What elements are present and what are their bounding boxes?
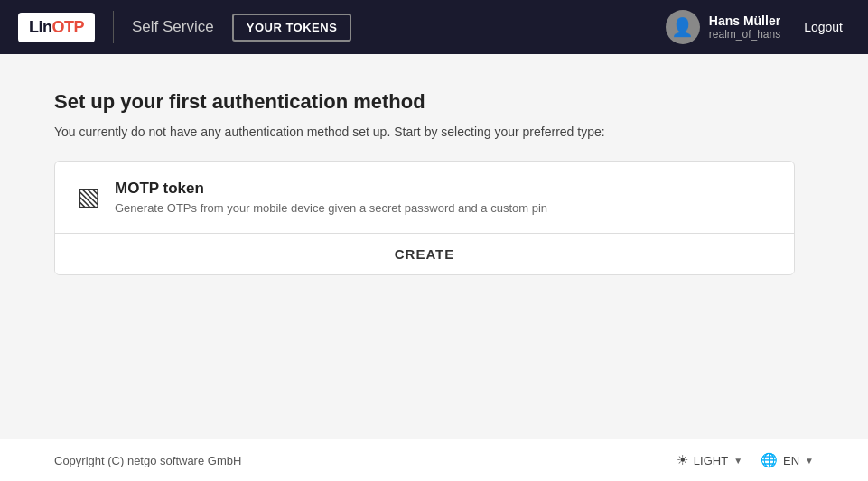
user-text: Hans Müller realm_of_hans bbox=[709, 14, 780, 41]
app-header: LinOTP Self Service YOUR TOKENS 👤 Hans M… bbox=[0, 0, 868, 54]
logo-otp: OTP bbox=[52, 18, 85, 36]
token-card-footer: CREATE bbox=[55, 233, 794, 274]
header-divider bbox=[113, 11, 114, 43]
logo: LinOTP bbox=[18, 13, 95, 42]
user-realm: realm_of_hans bbox=[709, 28, 780, 41]
avatar-icon: 👤 bbox=[671, 16, 694, 38]
avatar: 👤 bbox=[666, 10, 700, 44]
create-button[interactable]: CREATE bbox=[55, 234, 794, 274]
theme-chevron-icon: ▼ bbox=[733, 456, 742, 466]
user-name: Hans Müller bbox=[709, 14, 780, 28]
footer-right: ☀ LIGHT ▼ 🌐 EN ▼ bbox=[677, 452, 814, 468]
logo-lin: Lin bbox=[29, 18, 52, 36]
theme-label: LIGHT bbox=[694, 454, 728, 467]
mobile-icon: ▧ bbox=[77, 181, 100, 211]
sun-icon: ☀ bbox=[677, 452, 688, 468]
page-title: Set up your first authentication method bbox=[54, 90, 814, 114]
token-card-body: ▧ MOTP token Generate OTPs from your mob… bbox=[55, 162, 794, 233]
main-content: Set up your first authentication method … bbox=[0, 54, 868, 439]
app-footer: Copyright (C) netgo software GmbH ☀ LIGH… bbox=[0, 439, 868, 481]
lang-label: EN bbox=[783, 454, 799, 467]
user-info: 👤 Hans Müller realm_of_hans Logout bbox=[666, 10, 850, 44]
token-card: ▧ MOTP token Generate OTPs from your mob… bbox=[54, 161, 795, 275]
globe-icon: 🌐 bbox=[761, 452, 778, 468]
lang-toggle[interactable]: 🌐 EN ▼ bbox=[761, 452, 814, 468]
your-tokens-button[interactable]: YOUR TOKENS bbox=[232, 14, 352, 42]
token-info: MOTP token Generate OTPs from your mobil… bbox=[115, 180, 547, 215]
page-subtitle: You currently do not have any authentica… bbox=[54, 125, 814, 139]
self-service-label: Self Service bbox=[132, 18, 214, 36]
theme-toggle[interactable]: ☀ LIGHT ▼ bbox=[677, 452, 742, 468]
token-name: MOTP token bbox=[115, 180, 547, 198]
token-description: Generate OTPs from your mobile device gi… bbox=[115, 201, 547, 215]
lang-chevron-icon: ▼ bbox=[805, 456, 814, 466]
logout-button[interactable]: Logout bbox=[797, 16, 850, 38]
copyright-text: Copyright (C) netgo software GmbH bbox=[54, 454, 241, 467]
